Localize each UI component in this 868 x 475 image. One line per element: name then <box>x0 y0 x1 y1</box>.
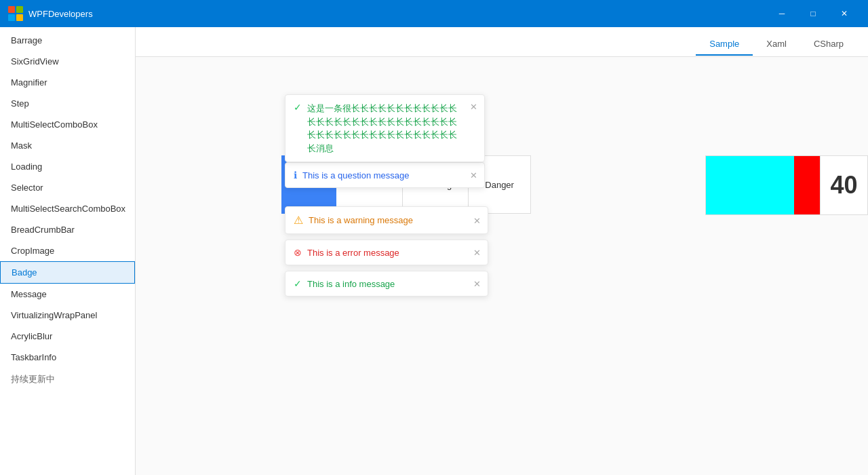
main-layout: Barrage SixGridView Magnifier Step Multi… <box>0 27 868 475</box>
error-message: This is a error message <box>307 248 399 258</box>
sidebar-item-cropimage[interactable]: CropImage <box>0 240 135 261</box>
sidebar-item-step[interactable]: Step <box>0 93 135 114</box>
minimize-button[interactable]: ─ <box>766 0 797 27</box>
question-message: This is a question message <box>302 170 410 180</box>
notification-info: ✓ This is a info message ✕ <box>285 271 488 297</box>
window-controls: ─ □ ✕ <box>766 0 860 27</box>
badge-number: 40 <box>820 156 867 214</box>
sidebar-footer: 持续更新中 <box>0 368 135 391</box>
sidebar-item-barrage[interactable]: Barrage <box>0 30 135 51</box>
sidebar-item-breadcrumbbar[interactable]: BreadCrumbBar <box>0 219 135 240</box>
error-icon: ⊗ <box>294 247 302 258</box>
sidebar-item-taskbarinfo[interactable]: TaskbarInfo <box>0 347 135 368</box>
red-box <box>794 156 820 214</box>
close-error-button[interactable]: ✕ <box>473 248 481 258</box>
tab-csharp[interactable]: CSharp <box>800 33 857 56</box>
sidebar-item-multiselectsearchcombobox[interactable]: MultiSelectSearchComboBox <box>0 198 135 219</box>
close-success-long-button[interactable]: ✕ <box>470 102 477 112</box>
sidebar-item-badge[interactable]: Badge <box>0 261 135 284</box>
warning-message: This is a warning message <box>309 215 413 225</box>
notification-warning: ⚠ This is a warning message ✕ <box>285 206 488 234</box>
info-icon: ✓ <box>294 278 302 289</box>
titlebar: WPFDevelopers ─ □ ✕ <box>0 0 868 27</box>
notification-stack: ⚠ This is a warning message ✕ ⊗ This is … <box>285 206 488 297</box>
sidebar-item-sixgridview[interactable]: SixGridView <box>0 51 135 72</box>
check-icon: ✓ <box>294 102 302 113</box>
app-logo <box>8 6 23 21</box>
sidebar-item-virtualizingwrappanel[interactable]: VirtualizingWrapPanel <box>0 305 135 326</box>
success-long-message: 这是一条很长长长长长长长长长长长长长长长长长长长长长长长长长长长长长长长长长长长… <box>307 102 460 155</box>
sample-panel: Default Success Warning Danger 40 <box>136 57 868 475</box>
sidebar-item-acrylicblur[interactable]: AcrylicBlur <box>0 326 135 347</box>
notification-error: ⊗ This is a error message ✕ <box>285 240 488 265</box>
close-info-button[interactable]: ✕ <box>473 279 481 289</box>
notification-question: ℹ This is a question message ✕ <box>285 162 485 188</box>
app-title: WPFDevelopers <box>28 9 766 19</box>
sidebar-item-loading[interactable]: Loading <box>0 156 135 177</box>
sidebar-item-selector[interactable]: Selector <box>0 177 135 198</box>
tab-sample[interactable]: Sample <box>696 33 753 56</box>
question-icon: ℹ <box>294 170 297 180</box>
badge-demo: 40 <box>705 155 868 215</box>
sidebar-item-magnifier[interactable]: Magnifier <box>0 72 135 93</box>
sidebar: Barrage SixGridView Magnifier Step Multi… <box>0 27 136 475</box>
tabs-bar: Sample Xaml CSharp <box>136 27 868 57</box>
sidebar-item-mask[interactable]: Mask <box>0 135 135 156</box>
close-warning-button[interactable]: ✕ <box>473 215 481 225</box>
content-area: Sample Xaml CSharp Default Success Warni… <box>136 27 868 475</box>
restore-button[interactable]: □ <box>797 0 829 27</box>
notification-success-long: ✓ 这是一条很长长长长长长长长长长长长长长长长长长长长长长长长长长长长长长长长长… <box>285 94 485 162</box>
close-button[interactable]: ✕ <box>829 0 860 27</box>
info-message: This is a info message <box>307 279 395 289</box>
tab-xaml[interactable]: Xaml <box>753 33 800 56</box>
sidebar-item-message[interactable]: Message <box>0 284 135 305</box>
cyan-box <box>706 156 794 214</box>
close-question-button[interactable]: ✕ <box>470 170 477 180</box>
warning-icon: ⚠ <box>294 214 303 227</box>
sidebar-item-multiselectcombobox[interactable]: MultiSelectComboBox <box>0 114 135 135</box>
